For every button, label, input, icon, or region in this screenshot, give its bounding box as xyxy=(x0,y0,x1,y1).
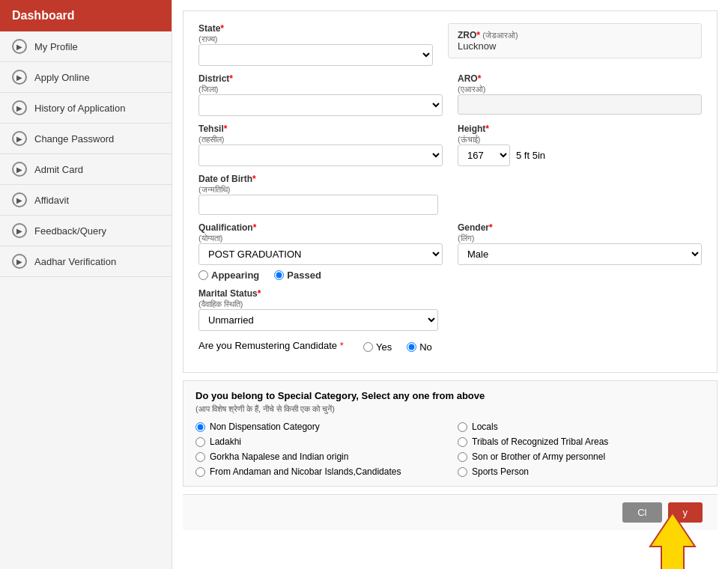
main-content: State* (राज्य) ZRO* (जेडआरओ) Lucknow xyxy=(172,0,728,569)
cat-ladakhi-label: Ladakhi xyxy=(210,436,241,447)
sidebar-item-affidavit[interactable]: ▶ Affidavit xyxy=(0,185,172,216)
appearing-radio-label[interactable]: Appearing xyxy=(198,270,259,281)
qual-gender-row: Qualification* (योग्यता) POST GRADUATION… xyxy=(198,222,702,281)
sidebar-label-my-profile: My Profile xyxy=(34,41,78,52)
tehsil-group: Tehsil* (तहसील) xyxy=(198,124,443,166)
sidebar-item-history[interactable]: ▶ History of Application xyxy=(0,93,172,124)
aro-label: ARO* (एआरओ) xyxy=(458,73,702,94)
remustering-yes-label[interactable]: Yes xyxy=(363,341,392,353)
state-group: State* (राज्य) xyxy=(198,23,433,66)
sidebar-label-affidavit: Affidavit xyxy=(34,195,69,206)
category-grid: Non Dispensation Category Locals Ladakhi… xyxy=(195,422,705,477)
cat-tribal-radio[interactable] xyxy=(458,437,467,447)
cat-ladakhi-radio[interactable] xyxy=(195,437,205,447)
remustering-row: Are you Remustering Candidate * Yes No xyxy=(198,338,702,353)
gender-label: Gender* (लिंग) xyxy=(458,222,702,243)
district-select[interactable] xyxy=(198,94,443,116)
sidebar-item-admit-card[interactable]: ▶ Admit Card xyxy=(0,154,172,185)
dob-group: Date of Birth* (जन्मतिथि) 28-02-1996 xyxy=(198,174,438,215)
marital-row: Marital Status* (वैवाहिक स्थिति) Unmarri… xyxy=(198,288,702,331)
cat-gorkha[interactable]: Gorkha Napalese and Indian origin xyxy=(195,451,443,462)
gender-select[interactable]: Male xyxy=(458,243,702,265)
cat-locals-radio[interactable] xyxy=(458,422,467,432)
tehsil-height-row: Tehsil* (तहसील) Height* (ऊंचाई) 167 5 f xyxy=(198,124,702,166)
aro-group: ARO* (एआरओ) xyxy=(458,73,702,115)
dob-row: Date of Birth* (जन्मतिथि) 28-02-1996 xyxy=(198,174,702,215)
sidebar-item-apply-online[interactable]: ▶ Apply Online xyxy=(0,62,172,93)
dob-input[interactable]: 28-02-1996 xyxy=(198,195,438,215)
zro-box: ZRO* (जेडआरओ) Lucknow xyxy=(448,23,702,58)
sidebar-item-aadhar[interactable]: ▶ Aadhar Verification xyxy=(0,246,172,277)
cat-sports-label: Sports Person xyxy=(472,466,529,477)
qual-label: Qualification* (योग्यता) xyxy=(198,222,443,243)
special-cat-title: Do you belong to Special Category, Selec… xyxy=(195,390,705,401)
sidebar: Dashboard ▶ My Profile ▶ Apply Online ▶ … xyxy=(0,0,172,569)
cat-non-dispensation-radio[interactable] xyxy=(195,422,205,432)
appearing-radio[interactable] xyxy=(198,270,208,280)
cat-non-dispensation-label: Non Dispensation Category xyxy=(210,422,320,432)
state-select[interactable] xyxy=(198,44,433,66)
cat-gorkha-radio[interactable] xyxy=(195,452,205,462)
qual-select[interactable]: POST GRADUATION xyxy=(198,243,443,265)
cat-locals-label: Locals xyxy=(472,422,498,432)
cat-andaman[interactable]: From Andaman and Nicobar Islands,Candida… xyxy=(195,466,443,477)
remustering-yes-radio[interactable] xyxy=(363,342,373,352)
height-select[interactable]: 167 xyxy=(458,144,510,166)
cat-sports[interactable]: Sports Person xyxy=(458,466,705,477)
feedback-icon: ▶ xyxy=(12,223,27,238)
special-category-section: Do you belong to Special Category, Selec… xyxy=(183,380,718,487)
cat-locals[interactable]: Locals xyxy=(458,422,705,432)
cat-sports-radio[interactable] xyxy=(458,467,467,477)
cat-andaman-label: From Andaman and Nicobar Islands,Candida… xyxy=(210,466,401,477)
district-aro-row: District* (जिला) ARO* (एआरओ) xyxy=(198,73,702,116)
sidebar-item-feedback[interactable]: ▶ Feedback/Query xyxy=(0,216,172,246)
dob-label: Date of Birth* (जन्मतिथि) xyxy=(198,174,438,195)
cat-army-son-label: Son or Brother of Army personnel xyxy=(472,451,605,462)
qual-radio-group: Appearing Passed xyxy=(198,270,443,281)
marital-select[interactable]: Unmarried xyxy=(198,309,438,331)
district-label: District* (जिला) xyxy=(198,73,443,94)
state-zro-row: State* (राज्य) ZRO* (जेडआरओ) Lucknow xyxy=(198,23,702,66)
sidebar-label-history: History of Application xyxy=(34,103,125,114)
remustering-no-label[interactable]: No xyxy=(407,341,432,353)
marital-label: Marital Status* (वैवाहिक स्थिति) xyxy=(198,288,438,309)
sidebar-item-change-password[interactable]: ▶ Change Password xyxy=(0,124,172,154)
qual-group: Qualification* (योग्यता) POST GRADUATION… xyxy=(198,222,443,281)
state-label: State* (राज्य) xyxy=(198,23,433,44)
passed-radio[interactable] xyxy=(274,270,284,280)
admit-icon: ▶ xyxy=(12,162,27,177)
tehsil-select[interactable] xyxy=(198,144,443,166)
passed-radio-label[interactable]: Passed xyxy=(274,270,321,281)
sidebar-title: Dashboard xyxy=(0,0,172,31)
cat-non-dispensation[interactable]: Non Dispensation Category xyxy=(195,422,443,432)
cat-tribal[interactable]: Tribals of Recognized Tribal Areas xyxy=(458,436,705,447)
aro-input[interactable] xyxy=(458,94,702,115)
cat-ladakhi[interactable]: Ladakhi xyxy=(195,436,443,447)
button-row: Cl y xyxy=(183,494,718,530)
form-section: State* (राज्य) ZRO* (जेडआरओ) Lucknow xyxy=(183,10,718,373)
remustering-label: Are you Remustering Candidate xyxy=(198,340,337,351)
height-group: Height* (ऊंचाई) 167 5 ft 5in xyxy=(458,124,702,166)
tehsil-label: Tehsil* (तहसील) xyxy=(198,124,443,144)
profile-icon: ▶ xyxy=(12,39,27,54)
sidebar-label-apply-online: Apply Online xyxy=(34,72,90,83)
cat-tribal-label: Tribals of Recognized Tribal Areas xyxy=(472,436,608,447)
cat-gorkha-label: Gorkha Napalese and Indian origin xyxy=(210,451,348,462)
affidavit-icon: ▶ xyxy=(12,192,27,207)
history-icon: ▶ xyxy=(12,100,27,115)
sidebar-label-admit-card: Admit Card xyxy=(34,164,83,175)
remustering-no-radio[interactable] xyxy=(407,342,416,352)
cat-army-son-radio[interactable] xyxy=(458,452,467,462)
yellow-arrow-indicator xyxy=(643,513,703,569)
cat-army-son[interactable]: Son or Brother of Army personnel xyxy=(458,451,705,462)
marital-group: Marital Status* (वैवाहिक स्थिति) Unmarri… xyxy=(198,288,438,331)
district-group: District* (जिला) xyxy=(198,73,443,116)
zro-value: Lucknow xyxy=(458,40,692,52)
sidebar-item-my-profile[interactable]: ▶ My Profile xyxy=(0,31,172,62)
svg-marker-0 xyxy=(650,513,695,569)
cat-andaman-radio[interactable] xyxy=(195,467,205,477)
sidebar-label-change-password: Change Password xyxy=(34,133,114,144)
password-icon: ▶ xyxy=(12,131,27,146)
remustering-radio-group: Yes No xyxy=(363,341,432,353)
height-unit: 5 ft 5in xyxy=(516,150,545,161)
